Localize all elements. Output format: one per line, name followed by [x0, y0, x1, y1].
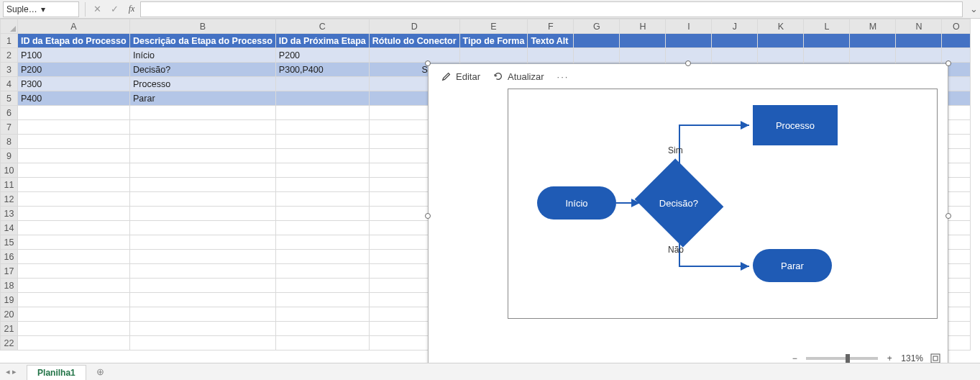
- cell[interactable]: [850, 34, 896, 48]
- cell[interactable]: [666, 34, 712, 48]
- column-header[interactable]: M: [850, 19, 896, 34]
- cell[interactable]: ID da Próxima Etapa: [275, 34, 369, 48]
- cell[interactable]: [130, 120, 276, 135]
- row-header[interactable]: 19: [1, 293, 18, 307]
- cell[interactable]: [130, 163, 276, 178]
- row-header[interactable]: 16: [1, 250, 18, 264]
- row-header[interactable]: 2: [1, 48, 18, 63]
- sheet-tab[interactable]: Planilha1: [27, 365, 86, 380]
- cell[interactable]: [275, 91, 369, 106]
- row-header[interactable]: 13: [1, 207, 18, 221]
- cell[interactable]: [130, 336, 276, 350]
- row-header[interactable]: 17: [1, 264, 18, 279]
- column-header[interactable]: O: [942, 19, 971, 34]
- visio-embedded-object[interactable]: Editar Atualizar ··· Sim Não Início Deci…: [428, 63, 948, 368]
- row-header[interactable]: 7: [1, 120, 18, 135]
- row-header[interactable]: 11: [1, 178, 18, 192]
- cell[interactable]: P100: [18, 48, 130, 63]
- fx-icon[interactable]: fx: [123, 1, 140, 17]
- cell[interactable]: [130, 235, 276, 250]
- row-header[interactable]: 21: [1, 322, 18, 336]
- cell[interactable]: [528, 48, 574, 63]
- row-header[interactable]: 8: [1, 135, 18, 149]
- cell[interactable]: [18, 307, 130, 322]
- cell[interactable]: ID da Etapa do Processo: [18, 34, 130, 48]
- cell[interactable]: [18, 336, 130, 350]
- cell[interactable]: [896, 48, 942, 63]
- cell[interactable]: [130, 264, 276, 279]
- resize-handle[interactable]: [685, 60, 691, 66]
- column-header[interactable]: K: [758, 19, 804, 34]
- cell[interactable]: [275, 149, 369, 163]
- row-header[interactable]: 15: [1, 235, 18, 250]
- column-header[interactable]: E: [459, 19, 528, 34]
- cell[interactable]: [18, 235, 130, 250]
- cell[interactable]: [712, 34, 758, 48]
- row-header[interactable]: 9: [1, 149, 18, 163]
- cell[interactable]: Texto Alt: [528, 34, 574, 48]
- shape-process[interactable]: Processo: [753, 105, 838, 145]
- column-header[interactable]: D: [369, 19, 459, 34]
- row-header[interactable]: 12: [1, 192, 18, 207]
- cell[interactable]: [275, 307, 369, 322]
- cell[interactable]: [275, 322, 369, 336]
- cell[interactable]: Parar: [130, 91, 276, 106]
- zoom-slider[interactable]: [806, 357, 878, 360]
- cell[interactable]: [18, 250, 130, 264]
- row-header[interactable]: 14: [1, 221, 18, 235]
- cell[interactable]: [130, 221, 276, 235]
- cell[interactable]: [130, 293, 276, 307]
- add-sheet-button[interactable]: ⊕: [93, 365, 108, 379]
- visio-canvas[interactable]: Sim Não Início Decisão? Processo Parar: [508, 89, 938, 319]
- cell[interactable]: [18, 221, 130, 235]
- tab-nav[interactable]: ◂ ▸: [0, 367, 22, 376]
- cell[interactable]: [18, 135, 130, 149]
- cell[interactable]: [758, 48, 804, 63]
- cell[interactable]: [130, 106, 276, 120]
- formula-input[interactable]: [140, 1, 963, 17]
- cell[interactable]: [18, 264, 130, 279]
- cell[interactable]: [804, 48, 850, 63]
- cell[interactable]: Decisão?: [130, 63, 276, 77]
- cell[interactable]: [896, 34, 942, 48]
- row-header[interactable]: 22: [1, 336, 18, 350]
- cell[interactable]: [18, 293, 130, 307]
- row-header[interactable]: 6: [1, 106, 18, 120]
- cell[interactable]: [18, 192, 130, 207]
- row-header[interactable]: 5: [1, 91, 18, 106]
- cell[interactable]: [130, 279, 276, 293]
- cell[interactable]: [130, 149, 276, 163]
- column-header[interactable]: L: [804, 19, 850, 34]
- row-header[interactable]: 4: [1, 77, 18, 91]
- column-header[interactable]: F: [528, 19, 574, 34]
- cell[interactable]: [18, 106, 130, 120]
- cell[interactable]: P200: [18, 63, 130, 77]
- cell[interactable]: Tipo de Forma: [459, 34, 528, 48]
- cell[interactable]: P300: [18, 77, 130, 91]
- cell[interactable]: [18, 163, 130, 178]
- cell[interactable]: [275, 279, 369, 293]
- column-header[interactable]: A: [18, 19, 130, 34]
- cell[interactable]: [369, 48, 459, 63]
- cell[interactable]: [275, 106, 369, 120]
- name-box[interactable]: Suplemen… ▾: [3, 1, 79, 17]
- cell[interactable]: [275, 120, 369, 135]
- cell[interactable]: [275, 163, 369, 178]
- cell[interactable]: [942, 34, 971, 48]
- cell[interactable]: Início: [130, 48, 276, 63]
- select-all-corner[interactable]: [1, 19, 18, 34]
- edit-button[interactable]: Editar: [441, 71, 480, 82]
- resize-handle[interactable]: [425, 60, 431, 66]
- shape-stop[interactable]: Parar: [753, 249, 832, 282]
- row-header[interactable]: 18: [1, 279, 18, 293]
- cell[interactable]: [620, 34, 666, 48]
- confirm-icon[interactable]: ✓: [106, 1, 123, 17]
- cell[interactable]: [275, 264, 369, 279]
- cancel-icon[interactable]: ✕: [88, 1, 106, 17]
- zoom-thumb[interactable]: [846, 354, 850, 363]
- cell[interactable]: [574, 34, 620, 48]
- cell[interactable]: [275, 293, 369, 307]
- cell[interactable]: P200: [275, 48, 369, 63]
- cell[interactable]: [18, 279, 130, 293]
- cell[interactable]: [130, 135, 276, 149]
